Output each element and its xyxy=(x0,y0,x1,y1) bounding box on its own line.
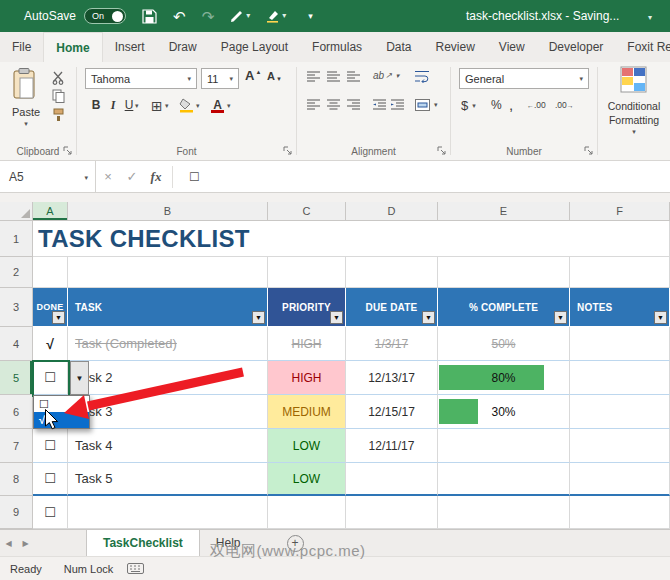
cell-A2[interactable] xyxy=(33,257,68,288)
bold-button[interactable]: B xyxy=(89,98,103,112)
name-box[interactable]: A5 ▾ xyxy=(0,161,96,192)
cell-B3-header-task[interactable]: TASK ▼ xyxy=(68,288,268,327)
tab-insert[interactable]: Insert xyxy=(103,32,157,62)
comma-style-button[interactable]: , xyxy=(509,96,513,113)
underline-caret[interactable]: ▾ xyxy=(135,102,139,110)
filter-button-task[interactable]: ▼ xyxy=(252,311,265,324)
cell-D2[interactable] xyxy=(346,257,438,288)
wrap-text-button[interactable] xyxy=(415,70,430,83)
decrease-decimal-button[interactable]: .00→ xyxy=(555,100,574,110)
tab-draw[interactable]: Draw xyxy=(157,32,209,62)
format-painter-button[interactable] xyxy=(52,108,65,122)
align-top-button[interactable] xyxy=(307,71,320,82)
highlighter-button[interactable]: ▾ xyxy=(266,9,286,23)
number-format-combo[interactable]: General ▾ xyxy=(459,68,589,89)
col-header-C[interactable]: C xyxy=(268,202,346,221)
cell-E5[interactable]: 80% xyxy=(438,361,570,395)
font-color-caret[interactable]: ▾ xyxy=(227,102,231,110)
cell-B2[interactable] xyxy=(68,257,268,288)
cell-F4[interactable] xyxy=(570,327,670,361)
cell-F8[interactable] xyxy=(570,463,670,496)
align-middle-button[interactable] xyxy=(327,71,340,82)
cell-F2[interactable] xyxy=(570,257,670,288)
dropdown-option-unchecked[interactable]: ☐ xyxy=(34,396,89,412)
cell-E7[interactable] xyxy=(438,429,570,463)
cell-D6[interactable]: 12/15/17 xyxy=(346,395,438,429)
row-header-6[interactable]: 6 xyxy=(0,395,33,429)
cell-A8[interactable]: ☐ xyxy=(33,463,68,496)
clipboard-dialog-launcher[interactable] xyxy=(62,145,73,156)
cell-E9[interactable] xyxy=(438,496,570,529)
filter-button-priority[interactable]: ▼ xyxy=(330,311,343,324)
conditional-formatting-label-1[interactable]: Conditional xyxy=(598,100,670,112)
cell-D9[interactable] xyxy=(346,496,438,529)
cell-A3-header-done[interactable]: DONE ▼ xyxy=(33,288,68,327)
filter-button-due-date[interactable]: ▼ xyxy=(422,311,435,324)
row-header-9[interactable]: 9 xyxy=(0,496,33,529)
data-validation-dropdown-button[interactable]: ▼ xyxy=(70,361,89,395)
cell-D8[interactable] xyxy=(346,463,438,496)
borders-button[interactable]: ⊞ xyxy=(151,98,163,114)
fill-color-button[interactable] xyxy=(179,97,194,113)
cell-D4[interactable]: 1/3/17 xyxy=(346,327,438,361)
enter-button[interactable]: ✓ xyxy=(120,169,144,184)
tab-data[interactable]: Data xyxy=(374,32,423,62)
cell-B8[interactable]: Task 5 xyxy=(68,463,268,496)
borders-caret[interactable]: ▾ xyxy=(165,102,169,110)
filter-button-pct[interactable]: ▼ xyxy=(554,311,567,324)
cell-F6[interactable] xyxy=(570,395,670,429)
row-header-1[interactable]: 1 xyxy=(0,221,33,257)
sheet-tab-help[interactable]: Help xyxy=(200,530,257,556)
col-header-D[interactable]: D xyxy=(346,202,438,221)
filter-button-done[interactable]: ▼ xyxy=(52,311,65,324)
tab-view[interactable]: View xyxy=(487,32,537,62)
align-bottom-button[interactable] xyxy=(347,71,360,82)
filter-button-notes[interactable]: ▼ xyxy=(654,311,667,324)
font-color-button[interactable]: A xyxy=(210,97,225,113)
shrink-font-button[interactable]: A▼ xyxy=(267,70,282,82)
insert-function-button[interactable]: fx xyxy=(144,169,168,185)
cell-C5[interactable]: HIGH xyxy=(268,361,346,395)
accounting-format-button[interactable]: $ ▾ xyxy=(461,98,476,113)
cell-E3-header-pct-complete[interactable]: % COMPLETE ▼ xyxy=(438,288,570,327)
underline-button[interactable]: U xyxy=(123,98,135,112)
tab-page-layout[interactable]: Page Layout xyxy=(209,32,300,62)
conditional-formatting-label-2[interactable]: Formatting xyxy=(598,114,670,126)
tab-developer[interactable]: Developer xyxy=(537,32,616,62)
cell-D5[interactable]: 12/13/17 xyxy=(346,361,438,395)
italic-button[interactable]: I xyxy=(107,98,119,113)
align-right-button[interactable] xyxy=(347,99,360,110)
cell-B6[interactable]: Task 3 xyxy=(68,395,268,429)
conditional-formatting-button[interactable] xyxy=(620,66,647,93)
sheet-nav-left-icon[interactable]: ◀ xyxy=(0,530,17,556)
redo-button[interactable]: ↷ xyxy=(202,9,215,24)
row-header-2[interactable]: 2 xyxy=(0,257,33,288)
autosave-toggle[interactable]: On xyxy=(84,8,126,24)
cell-C6[interactable]: MEDIUM xyxy=(268,395,346,429)
ink-pen-button[interactable]: ▾ xyxy=(230,10,250,23)
col-header-A[interactable]: A xyxy=(33,202,68,221)
increase-decimal-button[interactable]: ←.00 xyxy=(527,100,546,110)
cell-E6[interactable]: 30% xyxy=(438,395,570,429)
cut-button[interactable] xyxy=(52,71,64,85)
quick-access-more-button[interactable]: ▾ xyxy=(308,12,313,21)
document-title[interactable]: task-checklist.xlsx - Saving... xyxy=(466,9,619,23)
font-dialog-launcher[interactable] xyxy=(282,145,293,156)
font-size-combo[interactable]: 11 ▾ xyxy=(201,68,239,89)
cell-A9[interactable]: ☐ xyxy=(33,496,68,529)
cell-D3-header-due-date[interactable]: DUE DATE ▼ xyxy=(346,288,438,327)
row-header-8[interactable]: 8 xyxy=(0,463,33,496)
row-header-4[interactable]: 4 xyxy=(0,327,33,361)
cell-B9[interactable] xyxy=(68,496,268,529)
cell-A4[interactable]: √ xyxy=(33,327,68,361)
align-left-button[interactable] xyxy=(307,99,320,110)
cell-A5[interactable]: ☐ xyxy=(33,361,68,395)
alignment-dialog-launcher[interactable] xyxy=(436,145,447,156)
tab-home[interactable]: Home xyxy=(43,32,102,62)
cancel-button[interactable]: × xyxy=(96,169,120,184)
number-dialog-launcher[interactable] xyxy=(583,145,594,156)
cell-F3-header-notes[interactable]: NOTES ▼ xyxy=(570,288,670,327)
cell-F7[interactable] xyxy=(570,429,670,463)
merge-center-button[interactable]: ▾ xyxy=(415,99,438,111)
cell-C4[interactable]: HIGH xyxy=(268,327,346,361)
